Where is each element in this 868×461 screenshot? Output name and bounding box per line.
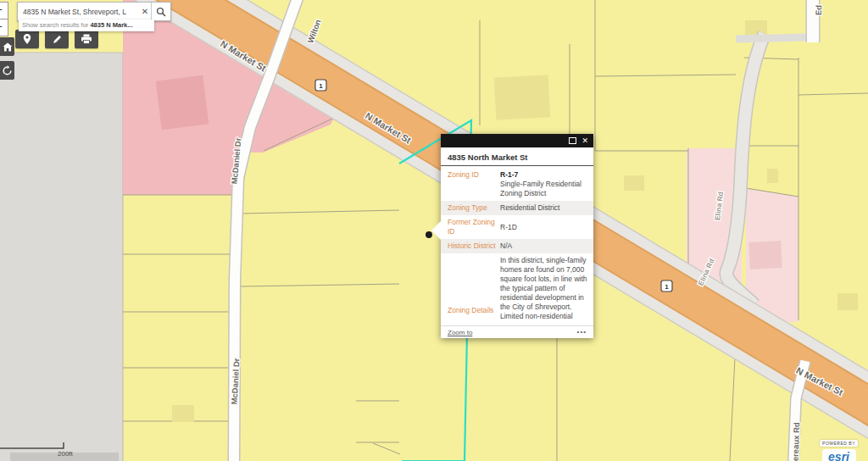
field-label: Former Zoning ID bbox=[441, 215, 498, 239]
field-label: Zoning Details bbox=[441, 253, 498, 318]
more-options-icon[interactable]: ••• bbox=[577, 329, 587, 336]
feature-popup: ✕ 4835 North Market St Zoning ID R-1-7 S… bbox=[441, 134, 593, 338]
printer-icon bbox=[81, 34, 92, 44]
location-pin-icon bbox=[22, 33, 32, 45]
search-button[interactable] bbox=[151, 3, 170, 20]
popup-title: 4835 North Market St bbox=[441, 147, 593, 166]
home-button[interactable] bbox=[0, 37, 14, 56]
field-label: Zoning ID bbox=[441, 168, 498, 201]
draw-tool-button[interactable] bbox=[45, 30, 69, 48]
street-label-ed: Ed bbox=[814, 4, 824, 15]
zoom-out-button[interactable]: − bbox=[0, 19, 8, 36]
scale-label: 200ft bbox=[58, 450, 73, 458]
popup-titlebar: ✕ bbox=[441, 134, 593, 147]
gray-area-left bbox=[0, 53, 123, 461]
refresh-icon bbox=[2, 65, 13, 76]
field-value: R-1D bbox=[498, 220, 593, 235]
print-tool-button[interactable] bbox=[75, 30, 98, 48]
route-shield-1b: 1 bbox=[665, 283, 669, 291]
pink-building bbox=[156, 75, 209, 130]
map-toolbar bbox=[15, 30, 98, 48]
search-suggestion[interactable]: Show search results for 4835 N Mark... bbox=[19, 19, 154, 31]
popup-row-former-zoning-id: Former Zoning ID R-1D bbox=[441, 215, 593, 239]
suggestion-prefix: Show search results for bbox=[22, 21, 90, 29]
zoning-id-value: R-1-7 bbox=[500, 170, 518, 179]
popup-row-historic-district: Historic District N/A bbox=[441, 239, 593, 253]
esri-attribution: POWERED BY esri bbox=[820, 433, 858, 461]
street-label-devereaux: Devereaux Rd bbox=[790, 422, 801, 461]
zoom-in-button[interactable]: + bbox=[0, 2, 8, 19]
zoning-id-description: Single-Family Residential Zoning Distric… bbox=[500, 180, 581, 197]
powered-by-label: POWERED BY bbox=[820, 440, 858, 447]
popup-footer: Zoom to ••• bbox=[441, 325, 593, 338]
scale-bar: 200ft bbox=[0, 439, 102, 461]
pencil-icon bbox=[52, 34, 63, 45]
home-icon bbox=[3, 42, 13, 52]
field-value: R-1-7 Single-Family Residential Zoning D… bbox=[498, 168, 593, 201]
search-icon bbox=[156, 7, 166, 17]
popup-pointer bbox=[431, 221, 441, 240]
popup-body: 4835 North Market St Zoning ID R-1-7 Sin… bbox=[441, 147, 593, 338]
maximize-icon[interactable] bbox=[569, 137, 576, 144]
refresh-button[interactable] bbox=[0, 61, 14, 80]
field-label: Zoning Type bbox=[441, 201, 498, 215]
map-canvas[interactable]: N Market St N Market St N Market St Wilt… bbox=[0, 0, 868, 461]
field-value: N/A bbox=[498, 239, 593, 253]
route-shield-1a: 1 bbox=[319, 82, 323, 90]
popup-row-zoning-details: Zoning Details In this district, single-… bbox=[441, 253, 593, 324]
search-input[interactable] bbox=[18, 8, 139, 16]
field-value: In this district, single-family homes ar… bbox=[498, 253, 593, 324]
location-tool-button[interactable] bbox=[15, 30, 39, 48]
yellow-building-large bbox=[494, 75, 551, 119]
clear-search-icon[interactable]: ✕ bbox=[139, 7, 151, 16]
esri-logo: esri bbox=[822, 449, 856, 461]
close-icon[interactable]: ✕ bbox=[581, 137, 588, 145]
popup-row-zoning-id: Zoning ID R-1-7 Single-Family Residentia… bbox=[441, 168, 593, 201]
zoom-to-link[interactable]: Zoom to bbox=[448, 329, 472, 336]
pink-building-east bbox=[748, 241, 782, 269]
search-bar: ✕ bbox=[17, 2, 171, 21]
field-value: Residential District bbox=[498, 201, 593, 215]
field-label: Historic District bbox=[441, 239, 498, 253]
popup-row-zoning-type: Zoning Type Residential District bbox=[441, 201, 593, 215]
suggestion-query: 4835 N Mark... bbox=[90, 21, 132, 29]
